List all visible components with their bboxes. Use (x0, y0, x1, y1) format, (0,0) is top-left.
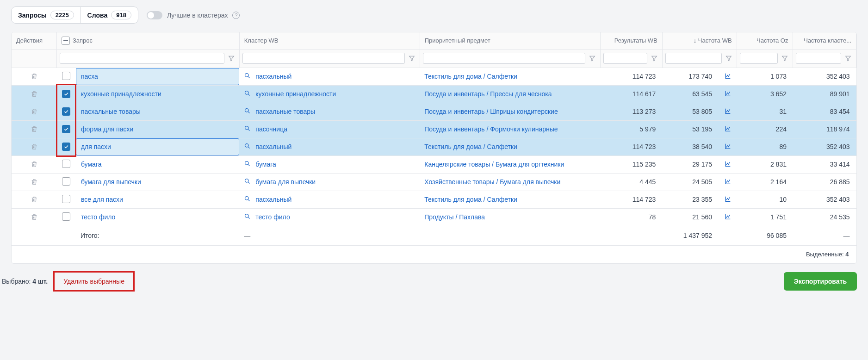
delete-row-button[interactable] (28, 105, 41, 118)
delete-row-button[interactable] (28, 140, 41, 153)
best-in-clusters-toggle[interactable] (147, 11, 162, 19)
delete-row-button[interactable] (28, 211, 41, 223)
filter-subject-input[interactable] (423, 53, 585, 64)
cluster-link[interactable]: пасочница (255, 125, 287, 133)
row-checkbox[interactable] (62, 90, 70, 98)
row-checkbox[interactable] (62, 125, 70, 133)
cell-freq-wb: 29 175 (662, 155, 719, 173)
filter-freqwb-input[interactable] (665, 53, 722, 64)
filter-cluster-input[interactable] (242, 53, 405, 64)
search-icon[interactable] (244, 143, 251, 151)
row-checkbox[interactable] (62, 143, 70, 151)
row-checkbox[interactable] (62, 107, 70, 116)
help-icon[interactable]: ? (232, 12, 240, 19)
cell-freq-wb: 53 805 (662, 103, 719, 120)
row-checkbox[interactable] (62, 212, 70, 221)
cell-freq-cl: 352 403 (793, 68, 856, 85)
search-icon[interactable] (244, 160, 251, 168)
tab-group: Запросы 2225 Слова 918 (11, 6, 138, 24)
cluster-link[interactable]: пасхальный (255, 143, 291, 150)
filter-query-input[interactable] (60, 53, 224, 64)
delete-row-button[interactable] (28, 175, 41, 188)
cluster-link[interactable]: тесто фило (255, 213, 290, 221)
cluster-link[interactable]: бумага (255, 161, 276, 168)
cell-freq-oz: 224 (737, 120, 793, 138)
best-in-clusters-label: Лучшие в кластерах (167, 12, 228, 19)
filter-freqoz-input[interactable] (740, 53, 778, 64)
query-link[interactable]: все для пасхи (81, 196, 123, 203)
cell-freq-cl: 33 414 (793, 155, 856, 173)
query-link[interactable]: тесто фило (81, 213, 115, 221)
cell-freq-cl: 89 901 (793, 85, 856, 103)
cluster-link[interactable]: пасхальный (255, 73, 291, 80)
export-button[interactable]: Экспортировать (784, 272, 857, 291)
query-link[interactable]: бумага для выпечки (81, 178, 141, 186)
subject-link[interactable]: Посуда и инвентарь / Формочки кулинарные (424, 125, 558, 133)
search-icon[interactable] (244, 213, 251, 221)
search-icon[interactable] (244, 107, 251, 116)
search-icon[interactable] (244, 125, 251, 133)
cell-freq-oz: 31 (737, 103, 793, 120)
subject-link[interactable]: Продукты / Пахлава (424, 213, 485, 221)
subject-link[interactable]: Текстиль для дома / Салфетки (424, 196, 517, 203)
col-subject: Приоритетный предмет (420, 32, 600, 49)
filter-reswb-button[interactable] (649, 53, 659, 63)
filter-freqcl-button[interactable] (843, 53, 853, 63)
subject-link[interactable]: Текстиль для дома / Салфетки (424, 73, 517, 80)
cluster-link[interactable]: пасхальные товары (255, 108, 315, 115)
row-checkbox[interactable] (62, 72, 70, 80)
chart-icon[interactable] (724, 126, 732, 134)
chart-icon[interactable] (724, 74, 732, 81)
svg-point-3 (245, 126, 249, 130)
selected-count-label: Выбрано: 4 шт. (2, 278, 48, 285)
query-link[interactable]: кухонные принадлежности (81, 90, 161, 98)
chart-icon[interactable] (724, 109, 732, 116)
subject-link[interactable]: Канцелярские товары / Бумага для оргтехн… (424, 161, 564, 168)
row-checkbox[interactable] (62, 195, 70, 203)
chart-icon[interactable] (724, 197, 732, 204)
chart-icon[interactable] (724, 91, 732, 99)
row-checkbox[interactable] (62, 160, 70, 168)
delete-row-button[interactable] (28, 123, 41, 136)
query-link[interactable]: пасхальные товары (81, 108, 141, 115)
cluster-link[interactable]: кухонные принадлежности (255, 90, 336, 98)
query-link[interactable]: пасха (81, 73, 98, 80)
subject-link[interactable]: Посуда и инвентарь / Шприцы кондитерские (424, 108, 558, 115)
query-link[interactable]: для пасхи (81, 143, 111, 150)
tab-words[interactable]: Слова 918 (81, 7, 138, 23)
chart-icon[interactable] (724, 144, 732, 151)
svg-point-1 (245, 91, 249, 95)
delete-row-button[interactable] (28, 193, 41, 206)
delete-row-button[interactable] (28, 87, 41, 100)
search-icon[interactable] (244, 72, 251, 81)
table-row: форма для пасхи пасочница Посуда и инвен… (12, 120, 856, 138)
chart-icon[interactable] (724, 179, 732, 186)
search-icon[interactable] (244, 195, 251, 204)
query-link[interactable]: бумага (81, 161, 102, 168)
filter-cluster-button[interactable] (407, 53, 417, 63)
row-checkbox[interactable] (62, 177, 70, 186)
subject-link[interactable]: Посуда и инвентарь / Прессы для чеснока (424, 90, 552, 98)
filter-freqwb-button[interactable] (724, 53, 734, 63)
subject-link[interactable]: Текстиль для дома / Салфетки (424, 143, 517, 150)
search-icon[interactable] (244, 178, 251, 186)
cell-freq-wb: 53 195 (662, 120, 719, 138)
subject-link[interactable]: Хозяйственные товары / Бумага для выпечк… (424, 178, 560, 186)
delete-row-button[interactable] (28, 70, 41, 83)
chart-icon[interactable] (724, 161, 732, 169)
chart-icon[interactable] (724, 214, 732, 222)
filter-freqoz-button[interactable] (780, 53, 790, 63)
filter-subject-button[interactable] (587, 53, 597, 63)
query-link[interactable]: форма для пасхи (81, 125, 133, 133)
filter-query-button[interactable] (226, 53, 236, 63)
cell-freq-oz: 10 (737, 191, 793, 208)
delete-selected-link[interactable]: Удалить выбранные (57, 274, 131, 289)
filter-reswb-input[interactable] (603, 53, 647, 64)
cluster-link[interactable]: бумага для выпечки (255, 178, 316, 186)
cluster-link[interactable]: пасхальный (255, 196, 291, 203)
tab-queries[interactable]: Запросы 2225 (12, 7, 81, 23)
select-all-checkbox[interactable] (62, 37, 70, 45)
delete-row-button[interactable] (28, 158, 41, 171)
search-icon[interactable] (244, 90, 251, 98)
filter-freqcl-input[interactable] (796, 53, 841, 64)
